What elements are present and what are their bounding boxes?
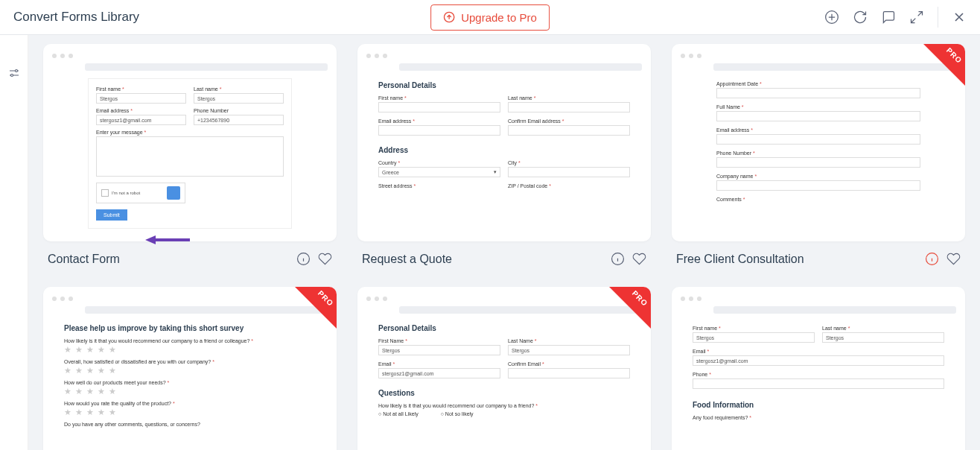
info-icon[interactable] (611, 252, 625, 266)
pro-ribbon: PRO (609, 287, 651, 329)
header-actions (824, 7, 967, 28)
close-icon[interactable] (952, 10, 967, 25)
divider (938, 7, 938, 28)
heart-icon[interactable] (946, 252, 961, 266)
content: First name *Stergos Last name *Stergos E… (28, 35, 980, 450)
upgrade-label: Upgrade to Pro (461, 11, 537, 24)
template-card[interactable]: First name *Stergos Last name *Stergos E… (43, 44, 337, 266)
pro-ribbon: PRO (295, 287, 337, 329)
refresh-icon[interactable] (853, 10, 868, 25)
template-card[interactable]: PRO Personal Details First Name *Stergos… (357, 287, 651, 450)
template-title: Free Client Consultation (676, 253, 804, 266)
template-card[interactable]: PRO Please help us improve by taking thi… (43, 287, 337, 450)
template-card[interactable]: Personal Details First name * Last name … (357, 44, 651, 266)
template-card[interactable]: PRO Appointment Date * Full Name * Email… (672, 44, 965, 266)
template-grid: First name *Stergos Last name *Stergos E… (43, 44, 965, 450)
add-icon[interactable] (824, 10, 839, 25)
sidebar (0, 35, 28, 450)
preview-submit: Submit (96, 209, 127, 221)
pro-ribbon: PRO (923, 44, 965, 86)
heart-icon[interactable] (318, 252, 332, 266)
template-card[interactable]: First name *Stergos Last name *Stergos E… (672, 287, 965, 450)
expand-icon[interactable] (909, 10, 924, 25)
comment-icon[interactable] (881, 10, 896, 25)
template-title: Request a Quote (362, 253, 452, 266)
info-icon[interactable] (925, 252, 939, 266)
heart-icon[interactable] (632, 252, 646, 266)
template-title: Contact Form (48, 253, 120, 266)
page-title: Convert Forms Library (13, 10, 139, 25)
svg-point-2 (15, 70, 17, 72)
info-icon[interactable] (296, 252, 311, 266)
upgrade-icon (443, 11, 455, 23)
template-preview: First name *Stergos Last name *Stergos E… (43, 44, 337, 241)
filter-icon[interactable] (7, 66, 21, 80)
svg-point-3 (10, 75, 13, 77)
upgrade-button[interactable]: Upgrade to Pro (430, 4, 550, 31)
header: Convert Forms Library Upgrade to Pro (0, 0, 980, 35)
